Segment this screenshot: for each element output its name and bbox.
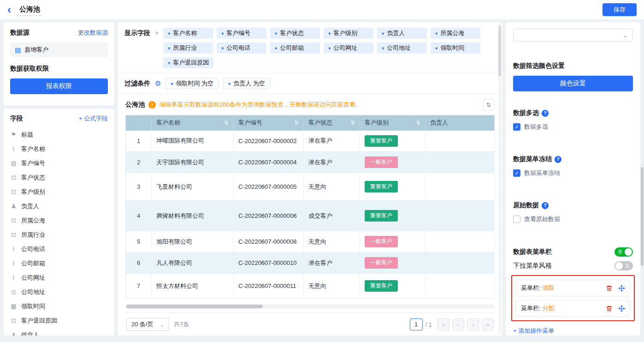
table-row[interactable]: 2 天宇国际有限公司 C-20220607-0000004 潜在客户 一般客户 xyxy=(126,152,495,173)
table-row[interactable]: 5 旭阳有限公司 C-20220607-0000008 无意向 一般客户 xyxy=(126,231,495,252)
first-page-button[interactable]: « xyxy=(437,318,449,330)
filter-chip[interactable]: ▾ 领取时间 为空 xyxy=(165,78,219,89)
change-datasource-link[interactable]: 更改数据源 xyxy=(78,29,108,37)
field-item[interactable]: ◎ 公司地址 xyxy=(10,285,108,299)
settings-select[interactable]: ⌄ xyxy=(513,29,633,42)
chevron-down-icon: ▾ xyxy=(435,46,437,51)
multi-select-checkbox-row[interactable]: ✓ 数据多选 xyxy=(513,123,633,131)
page-title[interactable]: 公海池 xyxy=(18,4,42,16)
column-header[interactable]: 负责人 ⇅ xyxy=(425,115,495,131)
field-item[interactable]: ▤ 客户编号 xyxy=(10,156,108,170)
display-field-chip[interactable]: ▾ 领取时间 xyxy=(431,42,480,54)
formula-field-link[interactable]: + 公式字段 xyxy=(79,114,108,123)
field-item[interactable]: ⊡ 客户状态 xyxy=(10,170,108,185)
field-item[interactable]: ▦ 领取时间 xyxy=(10,299,108,313)
table-row[interactable]: 1 坤曜国际有限公司 C-20220607-0000002 潜在客户 重要客户 xyxy=(126,131,495,152)
field-item[interactable]: Ⅰ 客户名称 xyxy=(10,142,108,156)
display-field-chip[interactable]: ▾ 客户退回原因 xyxy=(163,57,213,68)
add-field-icon[interactable]: + xyxy=(155,28,159,68)
menu-bar-item[interactable]: 菜单栏: 领取 xyxy=(516,280,630,296)
fields-title: 字段 xyxy=(10,114,23,123)
table-row[interactable]: 4 腾骏材料有限公司 C-20220607-0000006 成交客户 重要客户 xyxy=(126,201,495,231)
panel-scrollbar[interactable] xyxy=(498,24,501,334)
checkbox-checked-icon[interactable]: ✓ xyxy=(513,123,520,131)
datasource-item[interactable]: ▤ 新增客户 xyxy=(10,42,108,57)
display-field-chip[interactable]: ▾ 客户状态 xyxy=(270,28,320,39)
dropdown-style-toggle[interactable]: 关 xyxy=(614,261,633,270)
trash-icon[interactable] xyxy=(606,305,613,312)
color-settings-button[interactable]: 颜色设置 xyxy=(513,76,633,91)
gear-icon[interactable]: ⚙ xyxy=(155,79,161,88)
filter-chip[interactable]: ▾ 负责人 为空 xyxy=(223,78,270,89)
menu-items-highlight-box: 菜单栏: 领取 菜单栏: 分配 xyxy=(511,275,635,321)
horizontal-scrollbar[interactable] xyxy=(125,304,495,309)
multi-select-checkbox-label: 数据多选 xyxy=(524,123,548,131)
display-field-chip[interactable]: ▾ 客户级别 xyxy=(324,28,373,39)
horizontal-scrollbar-thumb[interactable] xyxy=(126,305,263,308)
display-field-chip[interactable]: ▾ 所属行业 xyxy=(163,42,213,54)
table-sort-button[interactable]: ⇅ xyxy=(483,99,495,111)
report-permission-button[interactable]: 报表权限 xyxy=(10,78,108,94)
field-label: 标题 xyxy=(21,131,33,139)
field-item[interactable]: ⊡ 所属行业 xyxy=(10,228,108,242)
move-icon[interactable] xyxy=(618,285,625,292)
last-page-button[interactable]: » xyxy=(482,318,494,330)
sort-icon[interactable]: ⇅ xyxy=(224,120,229,126)
column-header[interactable]: 客户编号 ⇅ xyxy=(234,115,304,131)
help-icon[interactable]: ? xyxy=(555,156,561,163)
display-field-chip[interactable]: ▾ 公司网址 xyxy=(324,42,373,54)
help-icon[interactable]: ? xyxy=(542,110,549,117)
display-field-chip[interactable]: ▾ 客户编号 xyxy=(217,28,266,39)
table-row[interactable]: 3 飞星材料公司 C-20220607-0000005 无意向 重要客户 xyxy=(126,173,495,201)
column-header[interactable]: 客户状态 ⇅ xyxy=(304,115,360,131)
field-item[interactable]: Ⅰ 公司电话 xyxy=(10,242,108,256)
field-item[interactable]: ⊡ 所属公海 xyxy=(10,213,108,228)
column-header[interactable]: 客户名称 ⇅ xyxy=(152,115,234,131)
display-field-chip[interactable]: ▾ 客户名称 xyxy=(163,28,213,39)
trash-icon[interactable] xyxy=(606,285,613,292)
column-header[interactable]: 客户级别 ⇅ xyxy=(360,115,425,131)
field-item[interactable]: Ⅰ 公司网址 xyxy=(10,270,108,285)
display-field-chip[interactable]: ▾ 公司地址 xyxy=(377,42,427,54)
window-scrollbar[interactable] xyxy=(641,0,644,342)
display-field-chip[interactable]: ▾ 所属公海 xyxy=(431,28,480,39)
display-field-chip[interactable]: ▾ 公司邮箱 xyxy=(270,42,320,54)
display-field-chip[interactable]: ▾ 公司电话 xyxy=(217,42,266,54)
checkbox-checked-icon[interactable]: ✓ xyxy=(513,169,520,177)
sort-icon[interactable]: ⇅ xyxy=(416,120,420,126)
move-icon[interactable] xyxy=(618,305,625,312)
display-field-chip[interactable]: ▾ 负责人 xyxy=(377,28,427,39)
freeze-checkbox-row[interactable]: ✓ 数据菜单冻结 xyxy=(513,169,633,177)
sort-icon[interactable]: ⇅ xyxy=(350,120,355,126)
window-scrollbar-thumb[interactable] xyxy=(641,167,644,266)
raw-data-checkbox-row[interactable]: 查看原始数据 xyxy=(513,215,633,223)
table-row[interactable]: 7 恒太方材料公司 C-20220607-0000011 无意向 重要客户 xyxy=(126,274,495,299)
text-field-icon: Ⅰ xyxy=(10,246,17,252)
prev-page-button[interactable]: ‹ xyxy=(452,318,464,330)
menu-bar-item[interactable]: 菜单栏: 分配 xyxy=(516,300,630,317)
menu-item-value[interactable]: 分配 xyxy=(543,304,555,312)
menu-item-value[interactable]: 领取 xyxy=(543,284,555,292)
field-item[interactable]: ♟ 负责人 xyxy=(10,199,108,213)
field-label: 所属行业 xyxy=(21,231,45,239)
field-item[interactable]: ♟ 提交人 xyxy=(10,328,108,336)
field-item[interactable]: ⚑ 标题 xyxy=(10,127,108,142)
help-icon[interactable]: ? xyxy=(542,202,549,209)
next-page-button[interactable]: › xyxy=(467,318,479,330)
menubar-toggle[interactable]: 开 xyxy=(614,247,633,257)
owner-cell xyxy=(425,231,495,252)
text-field-icon: Ⅰ xyxy=(10,274,17,281)
checkbox-unchecked-icon[interactable] xyxy=(513,216,520,223)
field-item[interactable]: Ⅰ 公司邮箱 xyxy=(10,256,108,270)
field-item[interactable]: ⊡ 客户级别 xyxy=(10,185,108,199)
back-icon[interactable]: ‹ xyxy=(7,4,11,15)
field-item[interactable]: ⊡ 客户退回原因 xyxy=(10,313,108,328)
save-button[interactable]: 保存 xyxy=(603,3,637,16)
add-action-menu-link[interactable]: + 添加操作菜单 xyxy=(513,327,633,335)
dropdown-style-toggle-row: 下拉菜单风格 关 xyxy=(513,261,633,270)
panel-scrollbar-thumb[interactable] xyxy=(498,26,501,77)
page-size-select[interactable]: 20 条/页 ⌄ xyxy=(126,318,169,331)
table-row[interactable]: 6 凡人有限公司 C-20220607-0000010 潜在客户 一般客户 xyxy=(126,252,495,274)
sort-icon[interactable]: ⇅ xyxy=(294,120,299,126)
current-page-input[interactable]: 1 xyxy=(410,318,423,330)
